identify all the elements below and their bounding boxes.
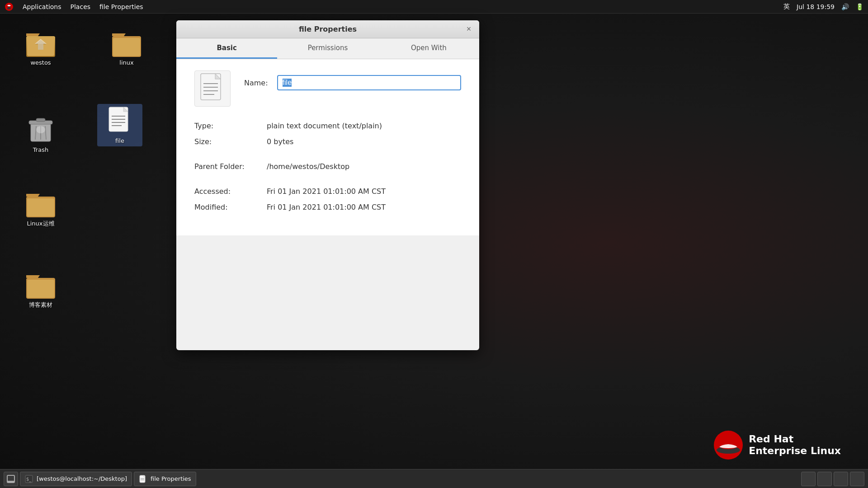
file-label: file (115, 137, 124, 144)
redhat-logo: Red Hat Enterprise Linux (712, 429, 841, 461)
redhat-logo-icon (712, 429, 744, 461)
close-button[interactable]: × (464, 24, 474, 34)
svg-rect-27 (27, 198, 54, 216)
svg-point-1 (7, 7, 11, 9)
desktop-icon-linux[interactable]: linux (104, 32, 149, 66)
size-label: Size: (194, 134, 267, 150)
svg-point-0 (5, 3, 13, 11)
menubar-left: Applications Places file Properties (5, 2, 143, 11)
parent-folder-label: Parent Folder: (194, 159, 267, 174)
linux-ops-label: Linux运维 (27, 220, 54, 228)
westos-label: westos (30, 59, 51, 66)
dialog-tabs: Basic Permissions Open With (176, 38, 479, 59)
type-label: Type: (194, 118, 267, 134)
show-desktop-icon (7, 475, 15, 483)
dialog-titlebar: file Properties × (176, 20, 479, 38)
desktop: Applications Places file Properties 英 Ju… (0, 0, 868, 488)
blog-folder-icon (26, 273, 55, 299)
file-info-row: Name: (194, 70, 461, 107)
svg-point-19 (36, 126, 45, 133)
tab-permissions[interactable]: Permissions (277, 38, 378, 59)
svg-rect-41 (7, 481, 14, 483)
terminal-label: [westos@localhost:~/Desktop] (37, 475, 127, 482)
file-desktop-icon (108, 106, 132, 135)
name-input[interactable] (277, 75, 461, 90)
redhat-text: Red Hat Enterprise Linux (749, 433, 841, 457)
redhat-menu-icon (5, 2, 14, 11)
menubar: Applications Places file Properties 英 Ju… (0, 0, 868, 14)
type-value: plain text document (text/plain) (267, 118, 461, 134)
menu-file-properties[interactable]: file Properties (99, 3, 143, 10)
name-field-label: Name: (244, 79, 268, 87)
file-properties-dialog: file Properties × Basic Permissions Open… (176, 20, 479, 350)
taskbar-right-btn-1[interactable] (801, 472, 816, 486)
datetime: Jul 18 19:59 (797, 3, 835, 10)
svg-rect-30 (27, 280, 54, 298)
svg-marker-5 (26, 33, 40, 36)
svg-rect-9 (38, 44, 43, 50)
desktop-icon-blog[interactable]: 博客素材 (18, 273, 63, 309)
taskbar-right-btn-3[interactable] (834, 472, 848, 486)
accessed-label: Accessed: (194, 183, 267, 199)
dialog-content: Name: Type: plain text document (text/pl… (176, 59, 479, 235)
desktop-icon-westos[interactable]: westos (18, 32, 63, 66)
linux-ops-folder-icon (26, 192, 55, 217)
tab-basic[interactable]: Basic (176, 38, 277, 59)
desktop-icon-file[interactable]: file (97, 104, 142, 146)
svg-marker-12 (112, 33, 126, 36)
battery-icon: 🔋 (856, 3, 863, 10)
dialog-title: file Properties (299, 25, 357, 33)
taskbar-file-props[interactable]: file Properties (134, 472, 196, 486)
trash-icon (27, 115, 54, 144)
volume-icon: 🔊 (841, 3, 849, 10)
taskbar-right-btn-2[interactable] (817, 472, 832, 486)
trash-label: Trash (33, 146, 48, 153)
linux-label: linux (119, 59, 133, 66)
menu-places[interactable]: Places (71, 3, 91, 10)
file-preview (194, 70, 231, 107)
desktop-icon-linux-ops[interactable]: Linux运维 (18, 192, 63, 228)
accessed-value: Fri 01 Jan 2021 01:01:00 AM CST (267, 183, 461, 199)
taskbar-right (801, 472, 864, 486)
parent-folder-value: /home/westos/Desktop (267, 159, 461, 174)
size-value: 0 bytes (267, 134, 461, 150)
svg-text:$_: $_ (26, 477, 32, 482)
svg-rect-15 (36, 118, 45, 122)
home-folder-icon (26, 32, 55, 57)
linux-folder-icon (112, 32, 141, 57)
svg-rect-11 (113, 38, 140, 56)
modified-value: Fri 01 Jan 2021 01:01:00 AM CST (267, 199, 461, 215)
file-props-taskbar-label: file Properties (151, 475, 191, 482)
properties-grid: Type: plain text document (text/plain) S… (194, 118, 461, 215)
desktop-icon-trash[interactable]: Trash (18, 115, 63, 153)
file-props-taskbar-icon (139, 475, 147, 483)
taskbar: $_ [westos@localhost:~/Desktop] file Pro… (0, 469, 868, 488)
lang-indicator: 英 (783, 3, 790, 11)
taskbar-terminal[interactable]: $_ [westos@localhost:~/Desktop] (20, 472, 132, 486)
terminal-icon: $_ (25, 475, 33, 483)
menu-applications[interactable]: Applications (23, 3, 61, 10)
file-preview-icon (199, 73, 226, 104)
modified-label: Modified: (194, 199, 267, 215)
svg-marker-31 (26, 275, 40, 278)
taskbar-right-btn-4[interactable] (850, 472, 864, 486)
taskbar-applets-button[interactable] (4, 472, 18, 486)
blog-label: 博客素材 (29, 301, 52, 309)
tab-open-with[interactable]: Open With (378, 38, 479, 59)
svg-marker-28 (26, 194, 40, 197)
menubar-right: 英 Jul 18 19:59 🔊 🔋 (783, 3, 863, 11)
